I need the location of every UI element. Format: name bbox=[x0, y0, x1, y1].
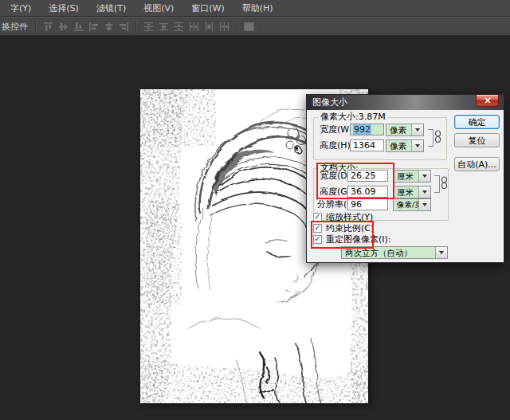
dropdown-arrow-icon[interactable] bbox=[435, 247, 447, 258]
dialog-titlebar: 图像大小 bbox=[307, 95, 504, 110]
checkbox-checked-icon[interactable]: ✓ bbox=[313, 224, 322, 233]
close-icon bbox=[484, 97, 491, 104]
pixel-width-value: 992 bbox=[353, 124, 371, 135]
dialog-title: 图像大小 bbox=[312, 96, 347, 108]
options-bar: 换控件 bbox=[0, 17, 510, 36]
doc-height-unit-select[interactable]: 厘米 bbox=[393, 186, 431, 198]
close-button[interactable] bbox=[476, 95, 499, 107]
align-top-edges-icon[interactable] bbox=[43, 22, 53, 32]
pixel-height-label: 高度(H): bbox=[320, 141, 354, 151]
menu-item[interactable]: 窗口(W) bbox=[182, 0, 233, 16]
toolbar-separator bbox=[135, 21, 137, 33]
resolution-value: 96 bbox=[351, 199, 362, 210]
doc-width-unit-select[interactable]: 厘米 bbox=[393, 170, 431, 183]
distribute-top-edges-icon[interactable] bbox=[143, 22, 154, 32]
menu-item[interactable]: 选择(S) bbox=[40, 0, 88, 16]
dropdown-arrow-icon[interactable] bbox=[411, 140, 423, 151]
link-chain-icon bbox=[441, 176, 448, 190]
align-right-edges-icon[interactable] bbox=[119, 22, 129, 32]
pixel-height-unit-select[interactable]: 像素 bbox=[386, 139, 424, 152]
distribute-right-edges-icon[interactable] bbox=[219, 22, 230, 32]
show-transform-controls-label[interactable]: 换控件 bbox=[0, 21, 31, 33]
pixel-height-input[interactable]: 1364 bbox=[350, 139, 384, 151]
resolution-unit-select[interactable]: 像素/英寸 bbox=[393, 198, 431, 211]
checkbox-checked-icon[interactable]: ✓ bbox=[313, 235, 322, 244]
menu-item[interactable]: 字(Y) bbox=[2, 0, 40, 16]
checkbox-label: 重定图像像素(I): bbox=[326, 234, 391, 245]
menu-item[interactable]: 滤镜(T) bbox=[88, 0, 135, 16]
resolution-input[interactable]: 96 bbox=[347, 198, 388, 210]
menu-bar: 字(Y) 选择(S) 滤镜(T) 视图(V) 窗口(W) 帮助(H) bbox=[0, 0, 510, 17]
dropdown-arrow-icon[interactable] bbox=[418, 171, 430, 182]
checkbox-row[interactable]: ✓ 缩放样式(Y) bbox=[313, 212, 391, 222]
pixel-width-input[interactable]: 992 bbox=[350, 124, 384, 135]
distribute-left-edges-icon[interactable] bbox=[189, 22, 199, 32]
align-vertical-centers-icon[interactable] bbox=[58, 22, 69, 32]
image-size-dialog: 图像大小 像素大小:3.87M 宽度(W): 992 像素 高度(H): 136… bbox=[306, 94, 504, 263]
doc-height-value: 36.09 bbox=[351, 186, 376, 197]
checkbox-checked-icon[interactable]: ✓ bbox=[313, 213, 322, 222]
checkbox-label: 缩放样式(Y) bbox=[326, 211, 373, 223]
dropdown-arrow-icon[interactable] bbox=[418, 199, 430, 210]
resample-method-select[interactable]: 两次立方（自动） bbox=[341, 246, 448, 259]
distribute-vertical-centers-icon[interactable] bbox=[159, 22, 169, 32]
checkbox-row[interactable]: ✓ 约束比例(C) bbox=[313, 223, 391, 233]
menu-item[interactable]: 帮助(H) bbox=[233, 0, 282, 16]
toolbar-separator bbox=[236, 21, 237, 33]
auto-button[interactable]: 自动(A)... bbox=[454, 157, 500, 171]
link-bracket bbox=[434, 175, 440, 193]
doc-width-value: 26.25 bbox=[351, 171, 376, 181]
pixel-size-group-label: 像素大小:3.87M bbox=[318, 112, 388, 121]
pixel-width-unit-select[interactable]: 像素 bbox=[386, 124, 424, 136]
align-bottom-edges-icon[interactable] bbox=[73, 22, 84, 32]
distribute-bottom-edges-icon[interactable] bbox=[174, 22, 184, 32]
toolbar-separator bbox=[261, 21, 262, 33]
distribute-horizontal-centers-icon[interactable] bbox=[204, 22, 214, 32]
checkbox-label: 约束比例(C) bbox=[326, 222, 374, 234]
align-horizontal-centers-icon[interactable] bbox=[104, 22, 114, 32]
toolbar-separator bbox=[35, 21, 37, 33]
auto-align-layers-icon[interactable] bbox=[244, 22, 254, 32]
menu-item[interactable]: 视图(V) bbox=[135, 0, 182, 16]
pixel-height-value: 1364 bbox=[353, 140, 375, 151]
link-bracket bbox=[428, 129, 434, 147]
doc-width-input[interactable]: 26.25 bbox=[347, 170, 388, 182]
ok-button[interactable]: 确定 bbox=[454, 115, 500, 129]
link-chain-icon bbox=[434, 130, 441, 143]
options-checkbox-list: ✓ 缩放样式(Y) ✓ 约束比例(C) ✓ 重定图像像素(I): bbox=[313, 212, 391, 244]
doc-height-input[interactable]: 36.09 bbox=[347, 186, 388, 198]
dropdown-arrow-icon[interactable] bbox=[418, 186, 430, 198]
dropdown-arrow-icon[interactable] bbox=[411, 124, 423, 135]
align-left-edges-icon[interactable] bbox=[88, 22, 99, 32]
reset-button[interactable]: 复位 bbox=[454, 133, 500, 147]
checkbox-row[interactable]: ✓ 重定图像像素(I): bbox=[313, 234, 391, 244]
